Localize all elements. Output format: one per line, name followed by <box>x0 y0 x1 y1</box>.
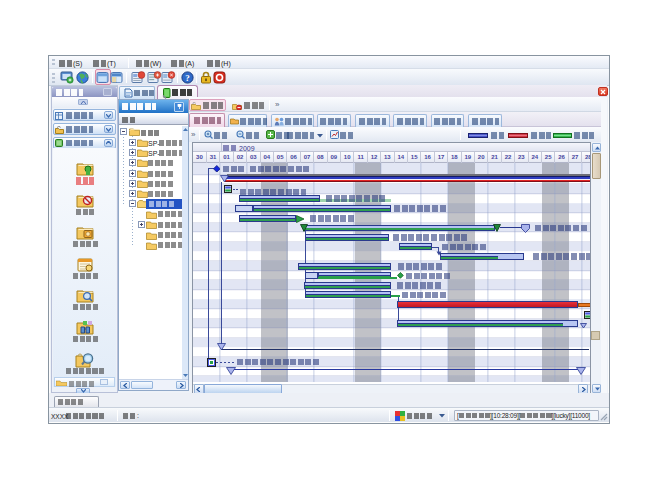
svg-text:?: ? <box>185 73 190 83</box>
